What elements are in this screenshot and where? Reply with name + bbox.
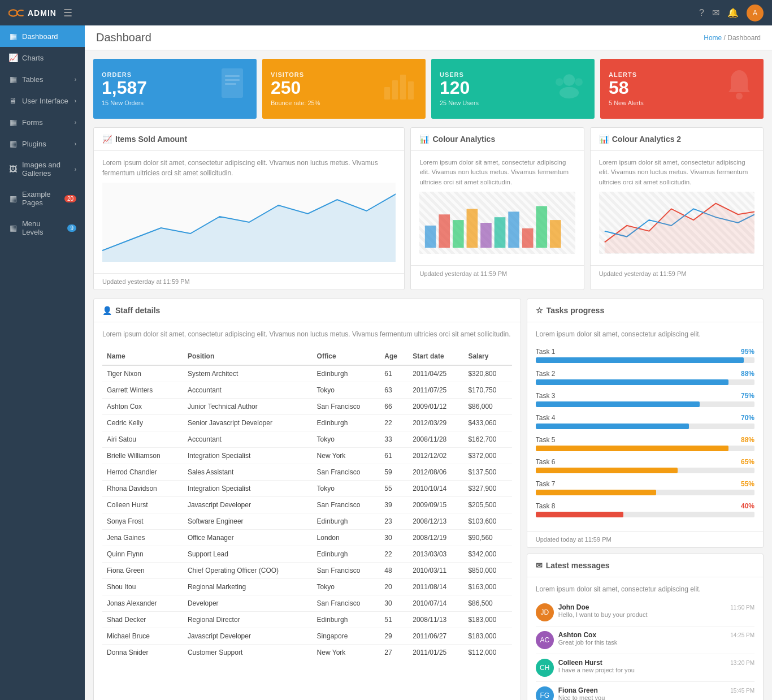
colour-analytics-header: 📊 Colour Analytics	[411, 128, 583, 151]
hamburger-icon[interactable]: ☰	[63, 7, 72, 19]
msg-content: Colleen Hurst 13:20 PM I have a new proj…	[558, 659, 754, 673]
sidebar-item-ui[interactable]: 🖥 User Interface ›	[0, 90, 85, 111]
task-header: Task 6 65%	[536, 458, 754, 466]
sidebar-item-images[interactable]: 🖼 Images and Galleries ›	[0, 154, 85, 184]
table-row: Sonya FrostSoftware EngineerEdinburgh232…	[102, 513, 512, 530]
staff-table-header-row: Name Position Office Age Start date Sala…	[102, 348, 512, 365]
stat-card-visitors: VISITORS 250 Bounce rate: 25%	[262, 59, 426, 119]
stat-users-value: 120	[440, 78, 479, 98]
top-panels-row: 📈 Items Sold Amount Lorem ipsum dolor si…	[93, 127, 764, 290]
messages-body: Lorem ipsum dolor sit amet, consectetur …	[527, 577, 763, 700]
colour-analytics2-body: Lorem ipsum dolor sit amet, consectetur …	[591, 151, 763, 265]
stat-alerts-value: 58	[609, 78, 644, 98]
msg-content: Fiona Green 15:45 PM Nice to meet you	[558, 686, 754, 700]
table-row: Tiger NixonSystem ArchitectEdinburgh6120…	[102, 365, 512, 382]
sidebar-item-tables[interactable]: ▦ Tables ›	[0, 68, 85, 90]
tasks-star-icon: ☆	[536, 306, 543, 315]
msg-row: Ashton Cox 14:25 PM	[558, 631, 754, 639]
breadcrumb-home[interactable]: Home	[704, 34, 722, 42]
stat-visitors-info: VISITORS 250 Bounce rate: 25%	[271, 71, 320, 106]
tasks-panel: ☆ Tasks progress Lorem ipsum dolor sit a…	[527, 299, 764, 548]
plugins-arrow-icon: ›	[75, 141, 76, 147]
sidebar-item-menu[interactable]: ▦ Menu Levels 9	[0, 213, 85, 243]
help-icon[interactable]: ?	[699, 8, 704, 18]
colour-analytics-updated: Updated yesterday at 11:59 PM	[419, 270, 507, 277]
task-header: Task 5 88%	[536, 436, 754, 444]
task-percent: 55%	[741, 480, 754, 488]
messages-list: JD John Doe 11:50 PM Hello, I want to bu…	[536, 599, 754, 700]
stat-alerts-sub: 5 New Alerts	[609, 100, 644, 106]
svg-rect-5	[384, 87, 390, 100]
bell-icon[interactable]: 🔔	[727, 7, 739, 18]
msg-name: John Doe	[558, 603, 589, 611]
table-row: Quinn FlynnSupport LeadEdinburgh222013/0…	[102, 546, 512, 563]
task-item: Task 2 88%	[536, 370, 754, 385]
colour-analytics2-footer: Updated yesterday at 11:59 PM	[591, 265, 763, 282]
msg-row: Colleen Hurst 13:20 PM	[558, 659, 754, 667]
layout: ▦ Dashboard 📈 Charts ▦ Tables › 🖥 User I…	[0, 25, 772, 700]
task-percent: 95%	[741, 348, 754, 356]
table-row: Jena GainesOffice ManagerLondon302008/12…	[102, 530, 512, 546]
topnav: ADMIN ☰ ? ✉ 🔔 A	[0, 0, 772, 25]
svg-rect-2	[225, 75, 240, 77]
message-item: JD John Doe 11:50 PM Hello, I want to bu…	[536, 599, 754, 626]
col-office: Office	[313, 348, 380, 365]
avatar[interactable]: A	[747, 5, 764, 21]
task-progress-fill	[536, 424, 689, 429]
examples-icon: ▦	[8, 194, 18, 203]
sidebar-item-dashboard[interactable]: ▦ Dashboard	[0, 25, 85, 47]
sidebar: ▦ Dashboard 📈 Charts ▦ Tables › 🖥 User I…	[0, 25, 85, 700]
tasks-title: Tasks progress	[547, 306, 604, 315]
mail-icon[interactable]: ✉	[712, 7, 719, 18]
task-progress-bar	[536, 424, 754, 429]
svg-point-12	[575, 78, 583, 86]
task-progress-fill	[536, 468, 678, 473]
msg-avatar: AC	[536, 631, 554, 649]
users-group-icon	[552, 70, 586, 107]
svg-rect-22	[536, 206, 548, 248]
sidebar-item-plugins[interactable]: ▦ Plugins ›	[0, 133, 85, 154]
page-header: Dashboard Home / Dashboard	[85, 25, 772, 50]
task-item: Task 4 70%	[536, 414, 754, 429]
stat-users-label: USERS	[440, 71, 479, 78]
colour-analytics-chart-icon: 📊	[419, 135, 429, 144]
orders-doc-icon	[217, 67, 248, 110]
sidebar-item-charts[interactable]: 📈 Charts	[0, 47, 85, 68]
breadcrumb-current: Dashboard	[727, 34, 761, 42]
task-item: Task 7 55%	[536, 480, 754, 495]
items-sold-title: Items Sold Amount	[115, 135, 187, 144]
svg-rect-14	[425, 226, 436, 248]
tasks-header: ☆ Tasks progress	[527, 299, 763, 322]
stat-users-info: USERS 120 25 New Users	[440, 71, 479, 106]
msg-text: Nice to meet you	[558, 694, 754, 700]
table-row: Michael BruceJavascript DeveloperSingapo…	[102, 628, 512, 645]
task-percent: 75%	[741, 392, 754, 400]
sidebar-label-menu: Menu Levels	[22, 219, 63, 236]
items-sold-desc: Lorem ipsum dolor sit amet, consectetur …	[102, 158, 396, 178]
tables-icon: ▦	[8, 75, 18, 84]
table-row: Jonas AlexanderDeveloperSan Francisco302…	[102, 595, 512, 612]
colour-analytics-title: Colour Analytics	[432, 135, 495, 144]
col-name: Name	[102, 348, 183, 365]
sidebar-item-examples[interactable]: ▦ Example Pages 20	[0, 184, 85, 213]
sidebar-label-ui: User Interface	[22, 97, 70, 105]
svg-rect-21	[522, 228, 534, 248]
sidebar-item-forms[interactable]: ▦ Forms ›	[0, 111, 85, 133]
tasks-updated: Updated today at 11:59 PM	[536, 536, 611, 543]
task-label: Task 2	[536, 370, 556, 378]
task-header: Task 4 70%	[536, 414, 754, 422]
messages-panel: ✉ Latest messages Lorem ipsum dolor sit …	[527, 554, 764, 700]
svg-rect-7	[400, 75, 406, 100]
stat-alerts-info: ALERTS 58 5 New Alerts	[609, 71, 644, 106]
svg-point-13	[736, 93, 743, 100]
svg-point-10	[560, 87, 579, 99]
examples-badge: 20	[64, 195, 76, 202]
msg-text: Hello, I want to buy your product	[558, 611, 754, 618]
svg-rect-6	[392, 80, 398, 100]
stat-alerts-label: ALERTS	[609, 71, 644, 78]
staff-icon: 👤	[102, 306, 112, 315]
msg-time: 14:25 PM	[730, 632, 754, 638]
colour-analytics-body: Lorem ipsum dolor sit amet, consectetur …	[411, 151, 583, 265]
menu-badge: 9	[67, 224, 76, 232]
task-item: Task 6 65%	[536, 458, 754, 473]
